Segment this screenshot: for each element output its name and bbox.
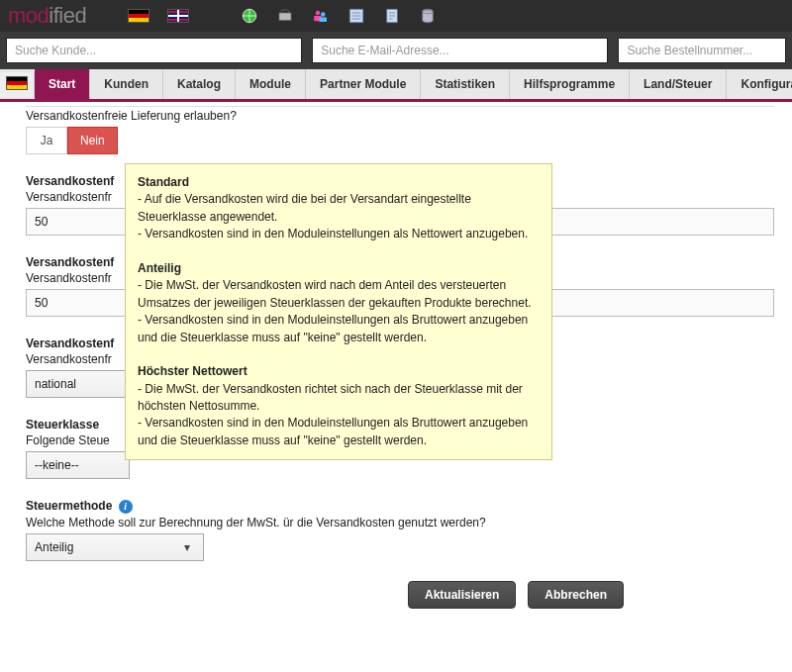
tab-statistiken[interactable]: Statistiken xyxy=(421,69,510,99)
svg-rect-2 xyxy=(279,13,291,21)
tooltip-l3b: - Versandkosten sind in den Moduleinstel… xyxy=(138,416,528,446)
svg-rect-6 xyxy=(320,18,328,23)
tab-katalog[interactable]: Katalog xyxy=(163,69,236,99)
tab-partner-module[interactable]: Partner Module xyxy=(306,69,421,99)
help-tooltip: Standard - Auf die Versandkosten wird di… xyxy=(125,163,552,460)
list-icon[interactable] xyxy=(347,7,365,25)
database-icon[interactable] xyxy=(419,7,437,25)
flag-de-icon-small xyxy=(6,76,28,90)
svg-point-3 xyxy=(316,11,321,16)
flag-uk-icon[interactable] xyxy=(167,9,189,23)
tooltip-l3a: - Die MwSt. der Versandkosten richtet si… xyxy=(138,382,523,413)
logo-part2: ified xyxy=(49,3,86,28)
tooltip-l2a: - Die MwSt. der Versandkosten wird nach … xyxy=(138,278,532,309)
taxmethod-sub: Welche Methode soll zur Berechnung der M… xyxy=(26,516,774,529)
taxmethod-title-text: Steuermethode xyxy=(26,499,112,513)
flag-de-icon[interactable] xyxy=(128,9,149,23)
nav-tabs: Start Kunden Katalog Module Partner Modu… xyxy=(35,69,792,99)
tab-hilfsprogramme[interactable]: Hilfsprogramme xyxy=(510,69,630,99)
taxmethod-dropdown[interactable]: Anteilig ▾ xyxy=(26,533,204,561)
tooltip-h1: Standard xyxy=(138,175,189,189)
freeship-toggle: Ja Nein xyxy=(26,127,774,154)
save-button[interactable]: Aktualisieren xyxy=(408,581,516,609)
chevron-down-icon: ▾ xyxy=(179,540,195,554)
nav-flag[interactable] xyxy=(0,72,35,97)
tab-module[interactable]: Module xyxy=(236,69,306,99)
logo: modified xyxy=(8,3,86,29)
topbar-icons xyxy=(128,7,437,25)
taxclass-value: --keine-- xyxy=(35,458,79,472)
tab-start[interactable]: Start xyxy=(35,69,90,99)
taxmethod-title: Steuermethode i xyxy=(26,499,774,514)
f3-value: national xyxy=(35,377,76,391)
taxmethod-value: Anteilig xyxy=(35,540,73,554)
tab-konfiguration[interactable]: Konfiguration xyxy=(727,69,792,99)
tooltip-l1a: - Auf die Versandkosten wird die bei der… xyxy=(138,192,471,223)
cancel-button[interactable]: Abbrechen xyxy=(528,581,624,609)
tab-land-steuer[interactable]: Land/Steuer xyxy=(630,69,727,99)
logo-part1: mod xyxy=(8,3,49,28)
tooltip-h3: Höchster Nettowert xyxy=(138,364,248,378)
tab-kunden[interactable]: Kunden xyxy=(90,69,163,99)
content: Versandkostenfreie Lieferung erlauben? J… xyxy=(0,102,792,624)
tooltip-h2: Anteilig xyxy=(138,261,181,275)
topbar: modified xyxy=(0,0,792,32)
cart-icon[interactable] xyxy=(276,7,294,25)
taxclass-dropdown[interactable]: --keine-- xyxy=(26,451,130,479)
nav-row: Start Kunden Katalog Module Partner Modu… xyxy=(0,69,792,102)
toggle-ja[interactable]: Ja xyxy=(26,127,67,154)
search-customer-input[interactable] xyxy=(6,38,302,63)
f3-dropdown[interactable]: national xyxy=(26,370,130,398)
globe-icon[interactable] xyxy=(241,7,258,25)
tooltip-l2b: - Versandkosten sind in den Moduleinstel… xyxy=(138,313,528,343)
toggle-nein[interactable]: Nein xyxy=(67,127,118,154)
info-icon[interactable]: i xyxy=(119,500,133,514)
users-icon[interactable] xyxy=(312,7,330,25)
actions: Aktualisieren Abbrechen xyxy=(392,581,640,609)
freeship-sub: Versandkostenfreie Lieferung erlauben? xyxy=(26,109,774,123)
tooltip-l1b: - Versandkosten sind in den Moduleinstel… xyxy=(138,227,528,240)
search-email-input[interactable] xyxy=(312,38,608,63)
document-icon[interactable] xyxy=(383,7,401,25)
search-order-input[interactable] xyxy=(618,38,786,63)
search-row xyxy=(0,32,792,69)
